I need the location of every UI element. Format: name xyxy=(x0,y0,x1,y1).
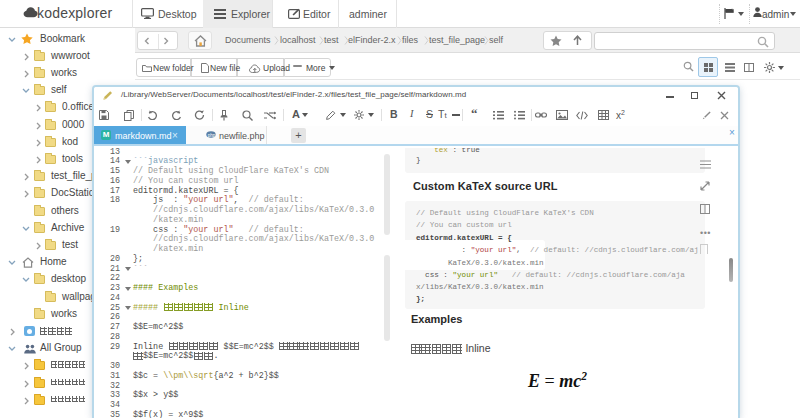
svg-text:php: php xyxy=(208,133,216,138)
